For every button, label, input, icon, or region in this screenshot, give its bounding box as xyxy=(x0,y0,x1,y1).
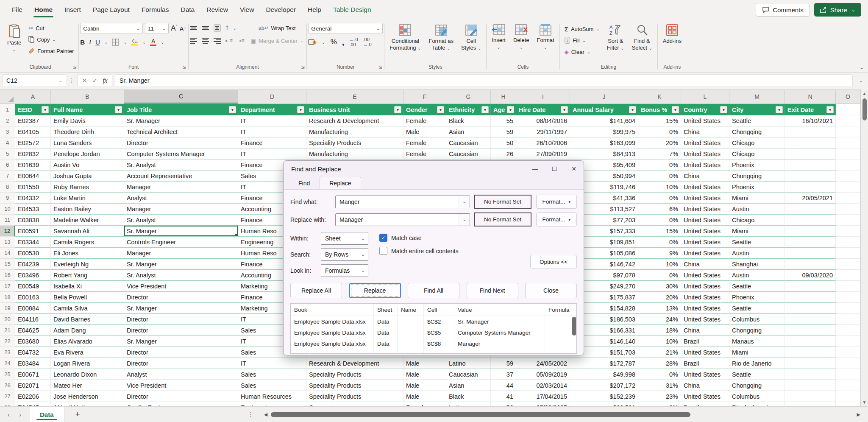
cell-A20[interactable]: E04116 xyxy=(15,314,51,325)
cell-M8[interactable]: Phoenix xyxy=(729,182,785,193)
cell-M17[interactable]: Seattle xyxy=(729,281,785,292)
font-color-icon[interactable]: A xyxy=(150,38,156,46)
cell-A25[interactable]: E00671 xyxy=(15,369,51,380)
tab-replace[interactable]: Replace xyxy=(320,177,361,190)
clipboard-dialog-launcher[interactable]: ⇲ xyxy=(73,65,76,70)
orientation-dropdown-chevron[interactable]: ⌄ xyxy=(233,26,236,31)
filter-dropdown-icon[interactable]: ▾ xyxy=(115,106,122,113)
column-header-C[interactable]: C xyxy=(124,90,238,103)
cell-O20[interactable] xyxy=(836,314,860,325)
row-number-19[interactable]: 19 xyxy=(0,303,15,314)
cell-N24[interactable] xyxy=(785,358,836,369)
row-number-17[interactable]: 17 xyxy=(0,281,15,292)
row-number-11[interactable]: 11 xyxy=(0,215,15,226)
cell-K21[interactable]: 18% xyxy=(638,325,681,336)
cell-N14[interactable] xyxy=(785,248,836,259)
cell-O27[interactable] xyxy=(836,391,860,402)
underline-button[interactable]: U xyxy=(95,39,100,46)
borders-dropdown-chevron[interactable]: ⌄ xyxy=(123,40,127,45)
cell-M9[interactable]: Miami xyxy=(729,193,785,204)
row-number-13[interactable]: 13 xyxy=(0,237,15,248)
replace-with-chevron[interactable]: ⌄ xyxy=(459,214,470,226)
scroll-up-arrow[interactable]: ▲ xyxy=(862,89,867,98)
cell-L16[interactable]: United States xyxy=(681,270,729,281)
format-as-table-button[interactable]: Format asTable ⌄ xyxy=(425,23,457,53)
cell-L10[interactable]: United States xyxy=(681,204,729,215)
cell-L3[interactable]: China xyxy=(681,126,729,137)
copy-dropdown-chevron[interactable]: ⌄ xyxy=(53,37,56,42)
ribbon-tab-home[interactable]: Home xyxy=(28,0,58,20)
cell-M23[interactable]: Miami xyxy=(729,347,785,358)
cell-I2[interactable]: 08/04/2016 xyxy=(516,115,570,126)
cell-B3[interactable]: Theodore Dinh xyxy=(51,126,124,137)
name-box-chevron[interactable]: ⌄ xyxy=(59,78,62,83)
cell-K2[interactable]: 15% xyxy=(638,115,681,126)
row-number-25[interactable]: 25 xyxy=(0,369,15,380)
cell-B12[interactable]: Savannah Ali xyxy=(51,226,124,237)
cell-F5[interactable]: Female xyxy=(403,148,446,159)
cell-H28[interactable]: 56 xyxy=(491,402,516,406)
cell-N8[interactable] xyxy=(785,182,836,193)
cell-E4[interactable]: Speciality Products xyxy=(306,137,403,148)
cell-H5[interactable]: 26 xyxy=(491,148,516,159)
cell-M28[interactable]: Rio de Janerio xyxy=(729,402,785,406)
cell-L15[interactable]: China xyxy=(681,259,729,270)
row-number-1[interactable]: 1 xyxy=(0,104,15,115)
vertical-scrollbar[interactable]: ▲ ▼ xyxy=(860,89,868,406)
cell-O24[interactable] xyxy=(836,358,860,369)
ribbon-tab-file[interactable]: File xyxy=(6,0,28,20)
accounting-format-icon[interactable] xyxy=(308,39,317,46)
cell-O12[interactable] xyxy=(836,226,860,237)
cell-C14[interactable]: Manager xyxy=(124,248,238,259)
cell-A14[interactable]: E00530 xyxy=(15,248,51,259)
add-sheet-icon[interactable]: + xyxy=(64,410,91,419)
row-number-7[interactable]: 7 xyxy=(0,170,15,182)
cell-N13[interactable] xyxy=(785,237,836,248)
cell-K27[interactable]: 23% xyxy=(638,391,681,402)
row-number-27[interactable]: 27 xyxy=(0,391,15,402)
horizontal-scrollbar[interactable]: ◀ ▶ xyxy=(261,412,868,417)
filter-dropdown-icon[interactable]: ▾ xyxy=(672,106,679,113)
cell-C2[interactable]: Sr. Manager xyxy=(124,115,238,126)
cell-J24[interactable]: $172,787 xyxy=(570,358,638,369)
table-header-city[interactable]: City▾ xyxy=(729,104,785,115)
cell-O1[interactable] xyxy=(836,104,860,115)
cell-D27[interactable]: Human Resources xyxy=(238,391,306,402)
cell-E2[interactable]: Research & Development xyxy=(306,115,403,126)
cell-B7[interactable]: Joshua Gupta xyxy=(51,170,124,182)
scroll-left-arrow[interactable]: ◀ xyxy=(261,412,271,417)
cell-A13[interactable]: E03344 xyxy=(15,237,51,248)
cell-C17[interactable]: Vice President xyxy=(124,281,238,292)
cell-E27[interactable]: Speciality Products xyxy=(306,391,403,402)
cell-O23[interactable] xyxy=(836,347,860,358)
cell-K7[interactable]: 0% xyxy=(638,170,681,182)
cell-B21[interactable]: Adam Dang xyxy=(51,325,124,336)
align-top-icon[interactable] xyxy=(190,25,197,31)
row-number-14[interactable]: 14 xyxy=(0,248,15,259)
row-number-15[interactable]: 15 xyxy=(0,259,15,270)
column-header-H[interactable]: H xyxy=(491,90,516,103)
align-right-icon[interactable] xyxy=(214,37,221,45)
cell-O15[interactable] xyxy=(836,259,860,270)
cell-K3[interactable]: 0% xyxy=(638,126,681,137)
filter-dropdown-icon[interactable]: ▾ xyxy=(229,106,236,113)
decrease-decimal-icon[interactable]: .00→.0 xyxy=(363,37,372,47)
clear-button[interactable]: ◈ Clear ⌄ xyxy=(563,47,601,57)
cell-H26[interactable]: 44 xyxy=(491,380,516,391)
cell-O11[interactable] xyxy=(836,215,860,226)
cell-C13[interactable]: Controls Engineer xyxy=(124,237,238,248)
paste-dropdown-chevron[interactable]: ⌄ xyxy=(12,48,16,53)
dialog-titlebar[interactable]: Find and Replace — ☐ ✕ xyxy=(284,161,584,177)
cell-M15[interactable]: Shanghai xyxy=(729,259,785,270)
ribbon-tab-developer[interactable]: Developer xyxy=(260,0,302,20)
collapse-ribbon-chevron[interactable]: ⌄ xyxy=(860,64,864,70)
filter-dropdown-icon[interactable]: ▾ xyxy=(629,106,636,113)
filter-dropdown-icon[interactable]: ▾ xyxy=(42,106,49,113)
cell-C19[interactable]: Sr. Manger xyxy=(124,303,238,314)
options-button[interactable]: Options << xyxy=(530,255,577,268)
cell-A8[interactable]: E01550 xyxy=(15,182,51,193)
cell-M11[interactable]: Chicago xyxy=(729,215,785,226)
cell-M18[interactable]: Phoenix xyxy=(729,292,785,303)
cell-K17[interactable]: 30% xyxy=(638,281,681,292)
row-number-5[interactable]: 5 xyxy=(0,148,15,159)
